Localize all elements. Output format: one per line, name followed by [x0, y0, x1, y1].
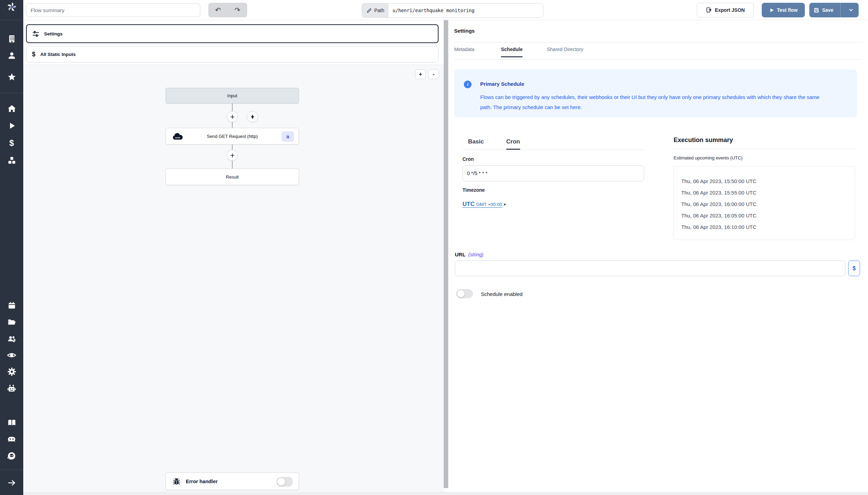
sidebar-item-folders[interactable]: [0, 316, 23, 329]
sidebar-item-home[interactable]: [0, 102, 23, 115]
person-icon: [7, 51, 16, 60]
sidebar-divider: [0, 93, 23, 93]
info-box-body: Flows can be triggered by any schedules,…: [480, 92, 824, 113]
panel-divider: [23, 65, 444, 65]
step-id-badge: a: [282, 131, 294, 142]
static-inputs-label: All Static Inputs: [40, 52, 76, 57]
sidebar-item-discord[interactable]: [0, 433, 23, 445]
info-icon: i: [464, 81, 471, 88]
export-json-label: Export JSON: [715, 7, 745, 13]
pencil-icon: [366, 8, 372, 14]
sidebar-item-variables[interactable]: $: [0, 137, 23, 149]
sidebar-collapse-toggle[interactable]: [0, 477, 23, 489]
plus-icon: [230, 114, 235, 119]
eye-icon: [7, 350, 16, 360]
redo-button[interactable]: ↷: [233, 6, 243, 14]
chevron-down-icon: [848, 7, 854, 13]
arrow-right-icon: [7, 478, 16, 487]
flow-summary-input[interactable]: [26, 3, 200, 17]
path-label: Path: [374, 8, 384, 13]
settings-panel-title: Settings: [454, 28, 475, 34]
url-input[interactable]: [455, 261, 845, 276]
test-flow-button[interactable]: Test flow: [762, 3, 805, 17]
url-label-text: URL: [455, 251, 466, 257]
bottom-scroll-strip[interactable]: [23, 492, 868, 495]
windmill-logo-icon[interactable]: [0, 1, 23, 13]
calendar-icon: [7, 301, 16, 310]
execution-summary-subtitle: Estimated upcoming events (UTC): [674, 155, 743, 160]
input-node-label: Input: [227, 93, 237, 98]
result-node-label: Result: [226, 174, 239, 180]
svg-text:HTTP: HTTP: [175, 137, 180, 139]
sidebar-item-workers[interactable]: [0, 382, 23, 395]
step-node-http[interactable]: HTTP Send GET Request (http) a: [166, 128, 299, 145]
toggle-knob: [457, 290, 465, 297]
path-input[interactable]: [389, 3, 543, 17]
save-dropdown-button[interactable]: [843, 3, 859, 17]
trigger-button[interactable]: [247, 111, 258, 122]
subtabs-divider: [462, 150, 644, 150]
panel-splitter-handle[interactable]: [444, 20, 448, 488]
sidebar-item-runs[interactable]: [0, 119, 23, 132]
sidebar: $: [0, 0, 23, 495]
schedule-event: Thu, 06 Apr 2023, 16:05:00 UTC: [681, 210, 855, 221]
tab-shared-directory[interactable]: Shared Directory: [547, 47, 583, 56]
schedule-event: Thu, 06 Apr 2023, 16:10:00 UTC: [681, 221, 855, 233]
tabs-divider: [454, 59, 862, 60]
save-button[interactable]: Save: [809, 3, 837, 17]
folder-open-icon: [7, 318, 16, 327]
url-dollar-button[interactable]: $: [848, 261, 860, 276]
error-handler-toggle[interactable]: [276, 477, 293, 487]
step-node-label: Send GET Request (http): [207, 134, 258, 139]
primary-schedule-info-box: i Primary Schedule Flows can be triggere…: [454, 69, 857, 117]
building-icon: [7, 34, 16, 43]
sidebar-item-settings[interactable]: [0, 365, 23, 378]
schedule-enabled-toggle[interactable]: [456, 289, 473, 298]
zoom-out-button[interactable]: -: [428, 69, 439, 79]
all-static-inputs-button[interactable]: $ All Static Inputs: [26, 46, 439, 63]
sidebar-item-audit-logs[interactable]: [0, 349, 23, 361]
users-gear-icon: [7, 335, 16, 344]
schedule-event: Thu, 06 Apr 2023, 15:50:00 UTC: [681, 175, 855, 187]
zoom-in-button[interactable]: +: [415, 69, 426, 79]
add-step-button[interactable]: [227, 111, 238, 122]
sidebar-item-github[interactable]: [0, 449, 23, 462]
tab-schedule[interactable]: Schedule: [501, 47, 523, 57]
sidebar-item-user[interactable]: [0, 49, 23, 62]
sliders-icon: [32, 31, 39, 37]
flow-settings-button[interactable]: Settings: [26, 24, 439, 43]
export-json-button[interactable]: Export JSON: [697, 3, 754, 17]
lightning-icon: [250, 114, 256, 120]
tab-metadata[interactable]: Metadata: [454, 47, 474, 56]
sidebar-item-docs[interactable]: [0, 416, 23, 429]
schedule-event: Thu, 06 Apr 2023, 15:55:00 UTC: [681, 187, 855, 198]
gear-icon: [7, 367, 16, 376]
timezone-label: Timezone: [462, 187, 485, 193]
sidebar-item-workspace[interactable]: [0, 33, 23, 45]
execution-summary-title: Execution summary: [674, 137, 733, 144]
play-icon: [769, 8, 774, 13]
input-node[interactable]: Input: [166, 88, 299, 104]
robot-icon: [7, 384, 16, 393]
sidebar-item-favorites[interactable]: [0, 71, 23, 83]
subtab-cron[interactable]: Cron: [506, 138, 520, 150]
subtab-basic[interactable]: Basic: [468, 138, 484, 149]
error-handler-node[interactable]: Error handler: [166, 472, 299, 490]
sidebar-item-schedules[interactable]: [0, 299, 23, 312]
timezone-select[interactable]: UTC GMT +00:00▾: [462, 201, 506, 208]
path-chip[interactable]: Path: [362, 3, 389, 17]
star-icon: [7, 73, 16, 82]
sidebar-item-groups[interactable]: [0, 333, 23, 345]
save-label: Save: [822, 7, 834, 13]
path-field-group: Path: [362, 3, 543, 18]
save-button-group: Save: [809, 3, 859, 17]
caret-down-icon: ▾: [504, 202, 506, 207]
result-node[interactable]: Result: [166, 168, 299, 185]
toggle-knob: [277, 478, 285, 486]
undo-button[interactable]: ↶: [213, 6, 223, 14]
cron-input[interactable]: [462, 165, 644, 181]
add-step-button[interactable]: [227, 150, 238, 161]
github-icon: [7, 451, 16, 461]
windmill-flow-editor: $: [0, 0, 868, 495]
sidebar-item-resources[interactable]: [0, 154, 23, 167]
